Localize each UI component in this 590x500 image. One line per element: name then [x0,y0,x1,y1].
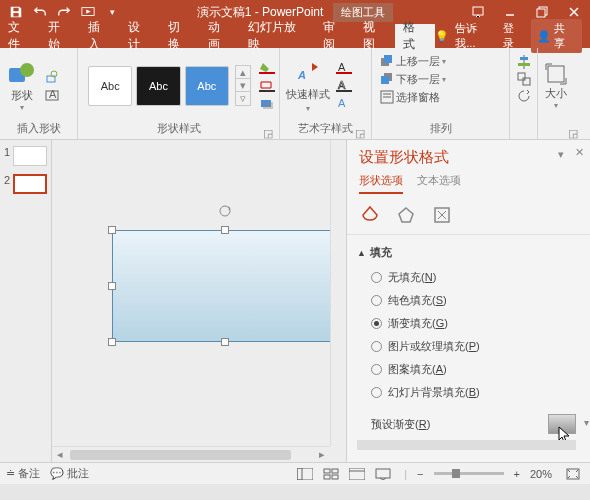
svg-rect-14 [263,102,273,109]
resize-handle[interactable] [108,282,116,290]
ribbon: 形状 ▾ A 插入形状 Abc Abc Abc ▴ ▾ ▿ [0,48,590,140]
option-no-fill[interactable]: 无填充(N) [357,266,580,289]
zoom-level[interactable]: 20% [530,468,552,480]
svg-rect-43 [349,468,365,480]
bring-forward-label: 上移一层 [396,54,440,69]
quick-styles-button[interactable]: A 快速样式 ▾ [284,55,332,117]
horizontal-scrollbar[interactable]: ◂ ▸ [52,446,330,462]
size-button[interactable]: 大小 ▾ [542,58,570,114]
tab-home[interactable]: 开始 [40,24,80,48]
send-backward-button[interactable]: 下移一层▾ [380,70,446,88]
svg-rect-19 [336,90,352,92]
tab-review[interactable]: 审阅 [315,24,355,48]
option-picture-fill[interactable]: 图片或纹理填充(P) [357,335,580,358]
shape-outline-icon[interactable] [259,78,275,94]
zoom-slider[interactable] [434,472,504,475]
effects-icon[interactable] [395,204,417,226]
sign-in-link[interactable]: 登录 [503,21,525,51]
tab-design[interactable]: 设计 [120,24,160,48]
svg-text:A: A [338,80,346,91]
fill-line-icon[interactable] [359,204,381,226]
group-size: ◲ [542,121,580,137]
shape-fill-icon[interactable] [259,60,275,76]
pane-dropdown-icon[interactable]: ▾ [558,148,564,161]
text-effects-icon[interactable]: A [336,96,352,112]
text-box-icon[interactable]: A [44,87,60,103]
slideshow-view-icon[interactable] [372,466,394,482]
gallery-up-icon[interactable]: ▴ [236,66,250,79]
text-fill-icon[interactable]: A [336,60,352,76]
tab-file[interactable]: 文件 [0,24,40,48]
option-gradient-fill[interactable]: 渐变填充(G) [357,312,580,335]
comments-button[interactable]: 💬 批注 [50,466,89,481]
svg-rect-32 [523,78,530,85]
resize-handle[interactable] [108,338,116,346]
slide-thumbnail-1[interactable] [13,146,47,166]
resize-handle[interactable] [108,226,116,234]
format-shape-pane: 设置形状格式 ▾ ✕ 形状选项 文本选项 ▲填充 无填充(N) 纯色填充(S) … [346,140,590,462]
tab-animations[interactable]: 动画 [200,24,240,48]
edit-shape-icon[interactable] [44,69,60,85]
resize-handle[interactable] [221,226,229,234]
selection-pane-label: 选择窗格 [396,90,440,105]
pane-tab-shape-options[interactable]: 形状选项 [359,173,403,194]
sorter-view-icon[interactable] [320,466,342,482]
tab-insert[interactable]: 插入 [80,24,120,48]
slide-thumbnail-2[interactable] [13,174,47,194]
tab-view[interactable]: 视图 [355,24,395,48]
option-solid-fill[interactable]: 纯色填充(S) [357,289,580,312]
slide-canvas[interactable]: ◂ ▸ [52,140,346,462]
shape-style-1[interactable]: Abc [88,66,132,106]
option-slide-bg-fill[interactable]: 幻灯片背景填充(B) [357,381,580,404]
svg-rect-30 [518,63,530,66]
size-label: 大小 [545,86,567,101]
zoom-in-icon[interactable]: + [514,468,520,480]
rotate-icon[interactable] [516,88,532,104]
vertical-scrollbar[interactable] [330,140,346,446]
tab-format[interactable]: 格式 [395,24,435,48]
group-arrange: 排列 [376,121,505,137]
shape-style-2[interactable]: Abc [136,66,180,106]
zoom-out-icon[interactable]: − [417,468,423,480]
share-icon: 👤 [537,30,551,43]
dialog-launcher-icon[interactable]: ◲ [263,127,273,137]
dialog-launcher-icon[interactable]: ◲ [568,127,578,137]
resize-handle[interactable] [221,338,229,346]
shapes-gallery-button[interactable]: 形状 ▾ [4,60,40,112]
group-shape-styles: 形状样式◲ [82,121,275,137]
selected-shape[interactable] [112,230,338,342]
align-icon[interactable] [516,54,532,70]
dialog-launcher-icon[interactable]: ◲ [355,127,365,137]
reading-view-icon[interactable] [346,466,368,482]
selection-pane-button[interactable]: 选择窗格 [380,88,440,106]
shape-style-3[interactable]: Abc [185,66,229,106]
rotate-handle-icon[interactable] [219,205,231,217]
fill-section-header[interactable]: ▲填充 [357,239,580,266]
scroll-right-icon[interactable]: ▸ [314,447,330,463]
group-insert-shapes: 插入形状 [4,121,73,137]
tab-slideshow[interactable]: 幻灯片放映 [240,24,316,48]
notes-button[interactable]: ≐ 备注 [6,466,40,481]
pane-close-icon[interactable]: ✕ [575,146,584,159]
pane-title: 设置形状格式 [359,148,578,167]
tab-transitions[interactable]: 切换 [160,24,200,48]
document-title: 演示文稿1 - PowerPoint [197,4,324,21]
tell-me-label[interactable]: 告诉我... [455,21,497,51]
fit-to-window-icon[interactable] [562,466,584,482]
size-properties-icon[interactable] [431,204,453,226]
svg-rect-37 [297,468,313,480]
option-pattern-fill[interactable]: 图案填充(A) [357,358,580,381]
text-outline-icon[interactable]: A [336,78,352,94]
group-icon[interactable] [516,71,532,87]
pane-tab-text-options[interactable]: 文本选项 [417,173,461,194]
pane-scrollbar[interactable] [357,440,576,450]
bring-forward-button[interactable]: 上移一层▾ [380,52,446,70]
shape-effects-icon[interactable] [259,96,275,112]
shapes-label: 形状 [11,88,33,103]
svg-text:A: A [338,98,346,109]
gallery-more-icon[interactable]: ▿ [236,92,250,105]
normal-view-icon[interactable] [294,466,316,482]
scroll-left-icon[interactable]: ◂ [52,447,68,463]
gallery-down-icon[interactable]: ▾ [236,79,250,92]
fill-section-label: 填充 [370,245,392,260]
